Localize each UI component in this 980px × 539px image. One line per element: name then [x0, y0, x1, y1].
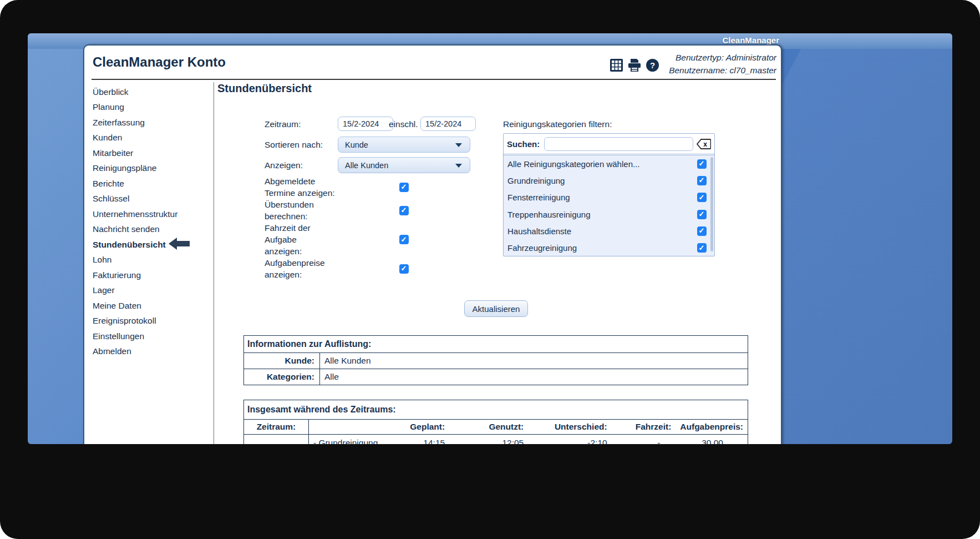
- sidebar-item[interactable]: Berichte: [93, 176, 212, 192]
- option-label: Überstunden berechnen:: [265, 199, 336, 222]
- sidebar-item-label: Abmelden: [93, 346, 131, 356]
- option-checkbox[interactable]: [399, 206, 409, 215]
- sidebar-item[interactable]: Schlüssel: [93, 192, 212, 207]
- cell-zeitraum: [244, 435, 309, 445]
- sidebar-item[interactable]: Planung: [93, 100, 212, 115]
- filter-category-row[interactable]: Fahrzeugreinigung: [504, 239, 714, 256]
- totals-table-title: Insgesamt während des Zeitraums:: [244, 400, 748, 420]
- user-info: Benutzertyp: Administrator Benutzername:…: [669, 51, 776, 77]
- active-arrow-icon: [169, 237, 191, 253]
- totals-header-row: Zeitraum: Geplant: Genutzt: Unterschied:…: [244, 420, 748, 435]
- cell-fahrzeit: -: [612, 435, 676, 445]
- filter-category-row[interactable]: Haushaltsdienste: [504, 223, 714, 239]
- sidebar-item[interactable]: Stundenübersicht: [93, 237, 212, 253]
- sidebar-item-label: Mitarbeiter: [93, 148, 133, 158]
- show-select[interactable]: Alle Kunden: [338, 157, 470, 173]
- filter-category-row[interactable]: Alle Reinigungskategorien wählen...: [504, 155, 714, 172]
- filter-category-row[interactable]: Grundreinigung: [504, 172, 714, 189]
- info-row-value: Alle: [320, 369, 748, 385]
- option-row: Abgemeldete Termine anzeigen:: [265, 175, 414, 199]
- sidebar-item-label: Stundenübersicht: [93, 240, 166, 250]
- category-checkbox[interactable]: [697, 210, 707, 219]
- sort-selected-value: Kunde: [338, 140, 368, 149]
- category-checkbox[interactable]: [697, 176, 707, 185]
- sidebar-item[interactable]: Nachricht senden: [93, 222, 212, 238]
- sidebar-item[interactable]: Reinigungspläne: [93, 161, 212, 177]
- category-checkbox[interactable]: [697, 193, 707, 202]
- cell-unterschied: -2:10: [528, 435, 611, 445]
- option-checkbox[interactable]: [399, 235, 409, 244]
- help-icon[interactable]: ?: [646, 59, 659, 72]
- col-aufgabenpreis: Aufgabenpreis:: [676, 420, 748, 435]
- sidebar-item[interactable]: Unternehmensstruktur: [93, 206, 212, 222]
- sidebar-item-label: Lohn: [93, 255, 111, 265]
- option-label: Abgemeldete Termine anzeigen:: [265, 175, 336, 199]
- sidebar-item-label: Fakturierung: [93, 270, 141, 280]
- show-label: Anzeigen:: [265, 160, 303, 170]
- category-label: Grundreinigung: [507, 176, 565, 185]
- cell-genutzt: 12:05: [449, 435, 528, 445]
- svg-text:x: x: [703, 140, 707, 148]
- filter-category-row[interactable]: Treppenhausreinigung: [504, 206, 714, 223]
- category-label: Fahrzeugreinigung: [507, 243, 577, 253]
- category-label: Alle Reinigungskategorien wählen...: [507, 159, 639, 169]
- desktop: CleanManager CleanManager Konto ? Benutz…: [28, 33, 952, 444]
- user-name: Benutzername: cl70_master: [669, 64, 776, 77]
- browser-title: CleanManager: [722, 36, 779, 45]
- zeitraum-label: Zeitraum:: [265, 119, 301, 129]
- info-row-label: Kategorien:: [244, 369, 320, 385]
- cell-geplant: 14:15: [387, 435, 449, 445]
- sidebar-item[interactable]: Überblick: [93, 84, 212, 100]
- info-table-row: Kunde: Alle Kunden: [244, 353, 748, 369]
- search-input[interactable]: [544, 137, 693, 151]
- sidebar-item-label: Überblick: [93, 87, 129, 97]
- option-label: Aufgabenpreise anzeigen:: [265, 257, 336, 280]
- option-row: Überstunden berechnen:: [265, 199, 414, 222]
- col-unterschied: Unterschied:: [528, 420, 611, 435]
- sidebar-item[interactable]: Zeiterfassung: [93, 115, 212, 130]
- svg-text:?: ?: [650, 61, 655, 70]
- category-checkbox[interactable]: [697, 226, 707, 236]
- totals-table: Insgesamt während des Zeitraums: Zeitrau…: [243, 400, 748, 444]
- sidebar-item[interactable]: Abmelden: [93, 344, 212, 360]
- clear-search-icon[interactable]: x: [697, 139, 711, 149]
- sidebar-item[interactable]: Kunden: [93, 130, 212, 146]
- sidebar-item[interactable]: Lager: [93, 283, 212, 299]
- info-row-value: Alle Kunden: [320, 353, 748, 369]
- update-button[interactable]: Aktualisieren: [464, 300, 528, 317]
- category-checkbox[interactable]: [697, 159, 707, 169]
- sidebar-item[interactable]: Fakturierung: [93, 268, 212, 283]
- date-to-input[interactable]: [420, 117, 476, 131]
- cell-name: - Grundreinigung: [308, 435, 387, 445]
- chevron-down-icon: [455, 164, 462, 168]
- page-title: CleanManager Konto: [93, 54, 226, 70]
- sidebar-item-label: Schlüssel: [93, 194, 129, 204]
- chevron-down-icon: [455, 143, 462, 147]
- info-table: Informationen zur Auflistung: Kunde: All…: [243, 335, 748, 385]
- sidebar-item-label: Berichte: [93, 179, 124, 189]
- filter-category-row[interactable]: Fensterreinigung: [504, 189, 714, 206]
- scrollbar-thumb[interactable]: [710, 157, 713, 251]
- sort-select[interactable]: Kunde: [338, 137, 470, 153]
- sidebar-item-label: Lager: [93, 285, 115, 295]
- option-checkbox[interactable]: [399, 264, 409, 274]
- sidebar-item[interactable]: Mitarbeiter: [93, 145, 212, 161]
- category-label: Fensterreinigung: [507, 193, 570, 202]
- option-row: Fahrzeit der Aufgabe anzeigen:: [265, 222, 414, 257]
- sidebar-item[interactable]: Lohn: [93, 253, 212, 268]
- date-from-input[interactable]: [338, 117, 393, 131]
- sidebar-item[interactable]: Meine Daten: [93, 298, 212, 314]
- category-checkbox[interactable]: [697, 243, 707, 253]
- info-table-title: Informationen zur Auflistung:: [244, 336, 748, 353]
- einschl-label: einschl.: [389, 119, 418, 129]
- option-checkbox[interactable]: [399, 183, 409, 192]
- sidebar-item-label: Planung: [93, 102, 124, 112]
- info-table-row: Kategorien: Alle: [244, 369, 748, 385]
- sidebar-item[interactable]: Ereignisprotokoll: [93, 314, 212, 329]
- search-label: Suchen:: [507, 139, 540, 149]
- sidebar-item-label: Zeiterfassung: [93, 118, 145, 128]
- sidebar-item[interactable]: Einstellungen: [93, 329, 212, 344]
- table-grid-icon[interactable]: [610, 59, 623, 72]
- cell-aufgabenpreis: 30,00: [676, 435, 748, 445]
- print-icon[interactable]: [628, 59, 641, 72]
